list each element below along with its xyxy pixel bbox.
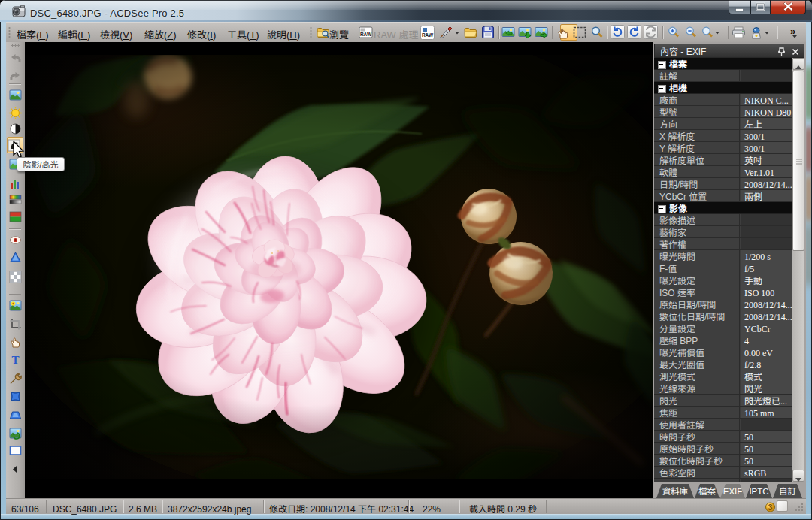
- svg-text:RAW: RAW: [422, 32, 434, 38]
- svg-text:RAW: RAW: [360, 32, 372, 37]
- svg-text:T: T: [11, 354, 19, 366]
- svg-text:3: 3: [768, 503, 773, 512]
